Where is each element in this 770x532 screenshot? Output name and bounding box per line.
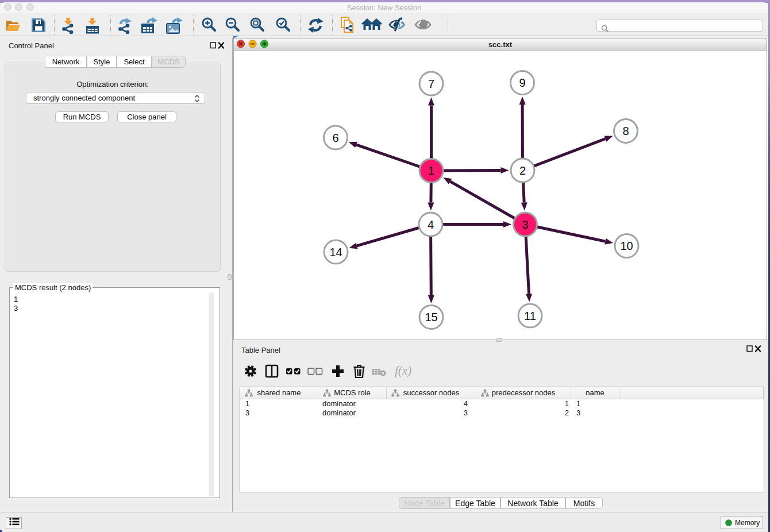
- svg-text:11: 11: [524, 310, 536, 322]
- svg-text:8: 8: [622, 125, 629, 137]
- svg-text:14: 14: [329, 246, 342, 259]
- svg-text:15: 15: [425, 311, 437, 323]
- svg-text:1: 1: [428, 164, 434, 177]
- svg-text:6: 6: [332, 132, 338, 144]
- svg-text:2: 2: [519, 164, 526, 177]
- svg-text:10: 10: [620, 240, 633, 252]
- svg-text:4: 4: [428, 218, 434, 231]
- svg-text:3: 3: [522, 218, 528, 231]
- svg-text:9: 9: [519, 76, 525, 89]
- svg-text:7: 7: [428, 78, 434, 90]
